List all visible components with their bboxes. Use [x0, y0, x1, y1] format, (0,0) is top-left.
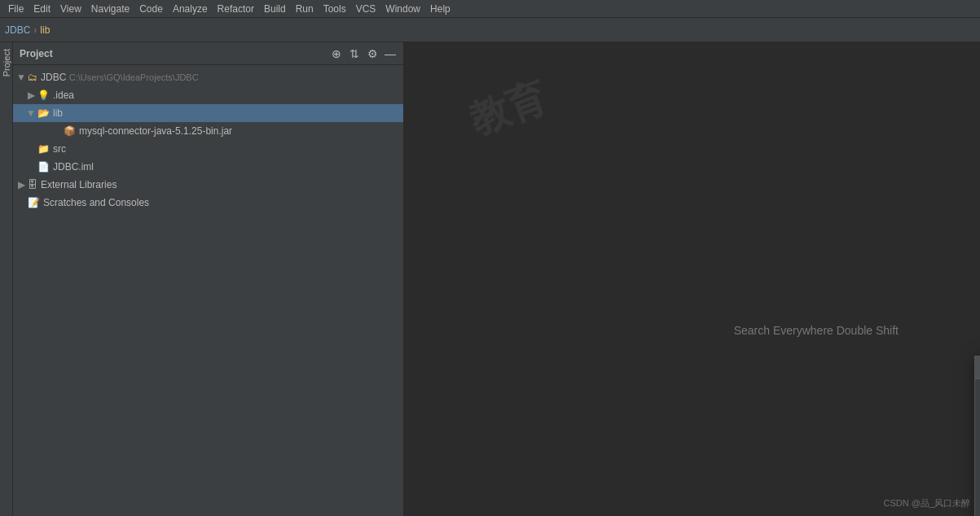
dialog-body: Name: Level: Project Library ▼ Global Li…	[975, 379, 980, 485]
panel-add-btn[interactable]: ⊕	[330, 47, 343, 60]
menu-edit[interactable]: Edit	[29, 2, 55, 16]
tree-label-jdbc: JDBC C:\Users\GQ\IdeaProjects\JDBC	[41, 72, 199, 83]
tree-label-scratches: Scratches and Consoles	[43, 197, 149, 208]
iml-icon: 📄	[37, 161, 50, 173]
chevron-jdbc: ▼	[16, 72, 26, 83]
folder-open-icon-lib: 📂	[37, 107, 50, 119]
side-tab-project-label[interactable]: Project	[2, 49, 11, 77]
create-library-dialog: J Create Library ✕ Name: Level: Project …	[974, 356, 980, 516]
scratch-icon: 📝	[28, 197, 40, 208]
tree-item-jdbc-iml[interactable]: 📄 JDBC.iml	[13, 158, 403, 176]
dialog-titlebar: J Create Library ✕	[975, 356, 980, 379]
tree-label-idea: .idea	[53, 90, 74, 101]
search-hint: Search Everywhere Double Shift	[734, 324, 899, 337]
tree-label-ext: External Libraries	[41, 179, 116, 190]
panel-title: Project	[20, 48, 53, 59]
menu-analyze[interactable]: Analyze	[168, 2, 213, 16]
chevron-lib: ▼	[26, 107, 36, 119]
ext-lib-icon: 🗄	[28, 179, 37, 190]
main-layout: Project Project ⊕ ⇅ ⚙ — ▼ 🗂 JDBC C:\User…	[0, 42, 980, 516]
tree-label-iml: JDBC.iml	[53, 161, 94, 173]
file-tree: ▼ 🗂 JDBC C:\Users\GQ\IdeaProjects\JDBC ▶…	[13, 65, 403, 516]
chevron-idea: ▶	[26, 90, 36, 101]
folder-icon-jdbc: 🗂	[28, 72, 37, 83]
menu-file[interactable]: File	[3, 2, 29, 16]
tree-item-jdbc[interactable]: ▼ 🗂 JDBC C:\Users\GQ\IdeaProjects\JDBC	[13, 68, 403, 86]
folder-icon-src: 📁	[37, 143, 50, 155]
menu-build[interactable]: Build	[259, 2, 291, 16]
project-panel: Project ⊕ ⇅ ⚙ — ▼ 🗂 JDBC C:\Users\GQ\Ide…	[13, 42, 404, 516]
breadcrumb-lib[interactable]: lib	[40, 24, 50, 36]
menu-refactor[interactable]: Refactor	[213, 2, 259, 16]
breadcrumb: JDBC › lib	[5, 24, 50, 36]
menu-vcs[interactable]: VCS	[351, 2, 381, 16]
tree-label-src: src	[53, 143, 66, 155]
tree-item-scratches[interactable]: 📝 Scratches and Consoles	[13, 194, 403, 212]
menu-window[interactable]: Window	[380, 2, 425, 16]
jar-icon: 📦	[64, 125, 76, 137]
tree-label-lib: lib	[53, 107, 63, 119]
menu-navigate[interactable]: Navigate	[86, 2, 134, 16]
panel-gear-icon[interactable]: ⚙	[366, 47, 379, 60]
csdn-watermark: CSDN @品_风口未醉	[883, 497, 970, 509]
breadcrumb-sep: ›	[33, 24, 37, 36]
tree-item-lib[interactable]: ▼ 📂 lib	[13, 104, 403, 122]
dialog-footer: OK Cancel	[975, 485, 980, 516]
menu-bar: File Edit View Navigate Code Analyze Ref…	[0, 0, 980, 18]
menu-help[interactable]: Help	[425, 2, 455, 16]
idea-icon: 💡	[37, 90, 50, 101]
tree-item-mysql-jar[interactable]: 📦 mysql-connector-java-5.1.25-bin.jar	[13, 122, 403, 140]
content-area: 教育 Search Everywhere Double Shift J Crea…	[404, 42, 980, 516]
menu-code[interactable]: Code	[134, 2, 168, 16]
breadcrumb-jdbc[interactable]: JDBC	[5, 24, 30, 36]
tree-item-idea[interactable]: ▶ 💡 .idea	[13, 86, 403, 104]
tree-item-src[interactable]: 📁 src	[13, 140, 403, 158]
panel-sort-btn[interactable]: ⇅	[348, 47, 361, 60]
watermark: 教育	[463, 72, 554, 147]
menu-tools[interactable]: Tools	[319, 2, 351, 16]
menu-run[interactable]: Run	[291, 2, 319, 16]
tree-item-ext-libs[interactable]: ▶ 🗄 External Libraries	[13, 176, 403, 194]
panel-actions: ⊕ ⇅ ⚙ —	[330, 47, 397, 60]
menu-view[interactable]: View	[55, 2, 86, 16]
panel-minimize-btn[interactable]: —	[384, 47, 397, 60]
chevron-ext: ▶	[16, 179, 26, 190]
tree-label-mysql-jar: mysql-connector-java-5.1.25-bin.jar	[79, 125, 232, 137]
side-tab: Project	[0, 42, 13, 516]
toolbar: JDBC › lib	[0, 18, 980, 42]
panel-header: Project ⊕ ⇅ ⚙ —	[13, 42, 403, 65]
